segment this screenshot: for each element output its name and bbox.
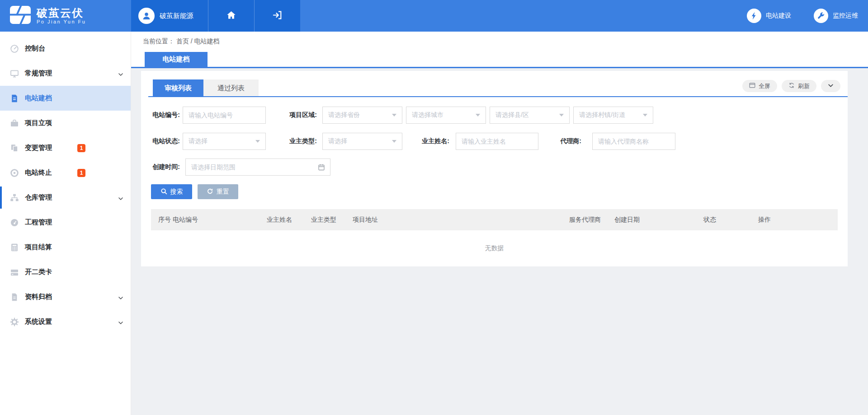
chevron-down-icon: [118, 195, 123, 201]
fullscreen-icon: [749, 82, 755, 90]
reset-button[interactable]: 重置: [198, 184, 238, 199]
user-name: 破茧新能源: [160, 12, 193, 20]
pages-icon: [10, 144, 19, 153]
page-tab-station-archive[interactable]: 电站建档: [145, 52, 208, 67]
collapse-button[interactable]: [821, 80, 840, 92]
owner-type-label: 业主类型:: [288, 137, 320, 145]
refresh-icon: [788, 82, 795, 90]
nav-label: 电站建设: [766, 12, 791, 20]
calculator-icon: [10, 243, 19, 252]
owner-type-placeholder: 请选择: [328, 137, 347, 145]
sidebar-item-label: 常规管理: [25, 69, 52, 78]
sidebar-item-6[interactable]: 仓库管理: [0, 185, 131, 210]
nav-station-construction[interactable]: 电站建设: [747, 9, 791, 23]
monitor-icon: [10, 69, 19, 78]
table-header: 序号电站编号业主姓名业主类型项目地址服务代理商创建日期状态操作: [151, 209, 838, 230]
login-arrow-icon: [272, 10, 283, 22]
sidebar-item-label: 资料归档: [25, 293, 52, 301]
search-label: 搜索: [170, 188, 183, 196]
refresh-label: 刷新: [798, 82, 810, 90]
top-header: 破茧云伏 Po Jian Yun Fu 破茧新能源: [0, 0, 868, 32]
sidebar-item-8[interactable]: 项目结算: [0, 235, 131, 260]
table-column-6: 创建日期: [614, 209, 640, 230]
current-user[interactable]: 破茧新能源: [131, 0, 208, 32]
brand-logo-icon: [10, 6, 31, 26]
select-placeholder: 请选择县/区: [495, 111, 529, 119]
sidebar-item-label: 电站终止: [25, 168, 52, 177]
sidebar-item-11[interactable]: 系统设置: [0, 309, 131, 334]
sidebar-item-label: 项目立项: [25, 119, 52, 127]
table-column-0: 序号: [158, 209, 171, 230]
region-select-1[interactable]: 请选择城市: [406, 107, 486, 124]
sidebar-item-5[interactable]: 电站终止1: [0, 160, 131, 185]
select-placeholder: 请选择城市: [412, 111, 443, 119]
sidebar-item-label: 工程管理: [25, 218, 52, 227]
region-select-0[interactable]: 请选择省份: [322, 107, 402, 124]
logout-button[interactable]: [254, 0, 300, 32]
region-label: 项目区域:: [288, 111, 320, 119]
empty-state: 无数据: [141, 230, 848, 266]
date-range-input[interactable]: [185, 159, 330, 176]
sidebar-item-9[interactable]: 开二类卡: [0, 260, 131, 284]
table-column-3: 业主类型: [311, 209, 336, 230]
brand-logo: 破茧云伏 Po Jian Yun Fu: [0, 0, 131, 32]
breadcrumb-strip: 当前位置： 首页 / 电站建档 电站建档: [131, 32, 868, 67]
sidebar-item-label: 控制台: [25, 44, 45, 53]
chevron-down-icon: [118, 294, 123, 300]
dashboard-icon: [10, 44, 19, 53]
sidebar-item-1[interactable]: 常规管理: [0, 61, 131, 86]
agent-label: 代理商:: [559, 137, 584, 145]
reset-icon: [207, 188, 213, 196]
select-placeholder: 请选择村镇/街道: [579, 111, 625, 119]
sidebar-item-label: 变更管理: [25, 144, 52, 152]
brand-title: 破茧云伏: [37, 7, 86, 19]
sidebar-item-4[interactable]: 变更管理1: [0, 135, 131, 160]
status-select[interactable]: 请选择: [183, 133, 266, 150]
owner-type-select[interactable]: 请选择: [322, 133, 402, 150]
created-time-label: 创建时间:: [151, 163, 183, 171]
tab-passed-list[interactable]: 通过列表: [203, 79, 259, 97]
region-select-3[interactable]: 请选择村镇/街道: [573, 107, 653, 124]
target-icon: [10, 168, 19, 177]
chevron-down-icon: [118, 71, 123, 76]
active-indicator-bar: [0, 187, 2, 209]
breadcrumb: 当前位置： 首页 / 电站建档: [143, 37, 220, 46]
nav-label: 监控运维: [833, 12, 858, 20]
archive-icon: [10, 293, 19, 302]
sidebar-item-label: 仓库管理: [25, 193, 52, 202]
table-column-8: 操作: [758, 209, 771, 230]
header-spacer: [300, 0, 747, 32]
sitemap-icon: [10, 193, 19, 202]
nav-monitoring-ops[interactable]: 监控运维: [814, 9, 858, 23]
station-no-input[interactable]: [183, 107, 266, 124]
briefcase-icon: [10, 119, 19, 128]
tab-review-list[interactable]: 审核列表: [153, 79, 203, 97]
caret-down-icon: [392, 114, 396, 117]
table-column-5: 服务代理商: [569, 209, 601, 230]
owner-name-input[interactable]: [456, 133, 538, 150]
lightning-icon: [747, 9, 761, 23]
sidebar-item-label: 电站建档: [25, 94, 52, 103]
user-avatar-icon: [138, 8, 155, 24]
table-column-4: 项目地址: [353, 209, 378, 230]
sidebar-item-7[interactable]: 工程管理: [0, 210, 131, 235]
sidebar-item-2[interactable]: 电站建档: [0, 86, 131, 111]
sidebar-item-label: 系统设置: [25, 317, 52, 326]
tabs-underline: [148, 96, 848, 97]
sidebar: 控制台常规管理电站建档项目立项变更管理1电站终止1仓库管理工程管理项目结算开二类…: [0, 32, 131, 415]
agent-input[interactable]: [592, 133, 675, 150]
gauge-icon: [10, 218, 19, 227]
search-button[interactable]: 搜索: [151, 184, 192, 199]
caret-down-icon: [476, 114, 480, 117]
breadcrumb-path: 首页 / 电站建档: [176, 37, 220, 45]
refresh-button[interactable]: 刷新: [782, 80, 816, 92]
sidebar-item-label: 开二类卡: [25, 268, 52, 276]
home-button[interactable]: [208, 0, 254, 32]
sidebar-item-10[interactable]: 资料归档: [0, 284, 131, 309]
fullscreen-button[interactable]: 全屏: [742, 80, 777, 92]
table-column-2: 业主姓名: [267, 209, 292, 230]
sidebar-item-0[interactable]: 控制台: [0, 36, 131, 61]
card-icon: [10, 268, 19, 277]
sidebar-item-3[interactable]: 项目立项: [0, 111, 131, 135]
region-select-2[interactable]: 请选择县/区: [490, 107, 570, 124]
